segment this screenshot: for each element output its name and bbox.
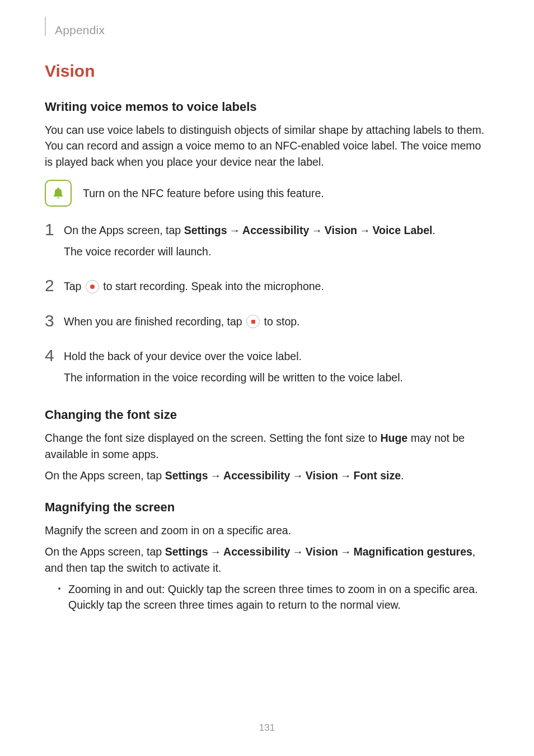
arrow-icon: → (338, 545, 354, 558)
arrow-icon: → (309, 224, 325, 236)
text: to start recording. Speak into the micro… (100, 280, 324, 292)
heading-magnifying: Magnifying the screen (45, 500, 489, 515)
heading-voice-labels: Writing voice memos to voice labels (45, 100, 489, 114)
arrow-icon: → (290, 545, 306, 558)
arrow-icon: → (208, 469, 224, 482)
step-3-line: When you are finished recording, tap to … (64, 314, 489, 329)
text: . (432, 224, 435, 236)
arrow-icon: → (357, 224, 373, 236)
note-callout: Turn on the NFC feature before using thi… (45, 180, 489, 207)
stop-icon (246, 315, 260, 328)
step-1-line-2: The voice recorder will launch. (64, 244, 489, 259)
path-accessibility: Accessibility (223, 545, 290, 558)
step-3: 3 When you are finished recording, tap t… (45, 311, 489, 335)
step-1: 1 On the Apps screen, tap Settings→Acces… (45, 220, 489, 265)
magnify-p2: On the Apps screen, tap Settings→Accessi… (45, 544, 489, 576)
path-font-size: Font size (353, 469, 401, 482)
step-1-line-1: On the Apps screen, tap Settings→Accessi… (64, 222, 489, 238)
arrow-icon: → (227, 224, 243, 236)
text: to stop. (261, 315, 299, 328)
heading-font-size: Changing the font size (45, 408, 489, 422)
text: On the Apps screen, tap (64, 224, 184, 236)
text: On the Apps screen, tap (45, 469, 165, 482)
path-vision: Vision (306, 469, 338, 482)
arrow-icon: → (208, 545, 224, 558)
page-title: Vision (45, 62, 489, 81)
step-2-line: Tap to start recording. Speak into the m… (64, 278, 489, 294)
path-voice-label: Voice Label (372, 224, 432, 236)
font-size-p1: Change the font size displayed on the sc… (45, 430, 489, 462)
path-settings: Settings (165, 469, 208, 482)
page-number: 131 (0, 722, 534, 734)
step-2: 2 Tap to start recording. Speak into the… (45, 276, 489, 300)
path-vision: Vision (325, 224, 357, 236)
list-item: Zooming in and out: Quickly tap the scre… (58, 581, 489, 613)
text: Tap (64, 280, 85, 292)
bold-huge: Huge (380, 432, 407, 444)
path-settings: Settings (184, 224, 227, 236)
text: Change the font size displayed on the sc… (45, 432, 380, 444)
step-4: 4 Hold the back of your device over the … (45, 346, 489, 391)
path-magnification-gestures: Magnification gestures (353, 545, 472, 558)
font-size-p2: On the Apps screen, tap Settings→Accessi… (45, 468, 489, 483)
step-4-line-2: The information in the voice recording w… (64, 370, 489, 385)
intro-paragraph: You can use voice labels to distinguish … (45, 122, 489, 170)
record-icon (86, 280, 99, 293)
step-number: 1 (45, 220, 64, 239)
bullet-icon (58, 587, 60, 590)
note-text: Turn on the NFC feature before using thi… (83, 185, 324, 201)
magnify-p1: Magnify the screen and zoom in on a spec… (45, 522, 489, 538)
text: . (401, 469, 404, 482)
path-vision: Vision (306, 545, 338, 558)
step-number: 3 (45, 311, 64, 330)
header-rule (45, 17, 46, 36)
step-4-line-1: Hold the back of your device over the vo… (64, 348, 489, 364)
note-icon-frame (45, 180, 72, 207)
step-number: 4 (45, 346, 64, 365)
page-header: Appendix (45, 17, 489, 37)
text: When you are finished recording, tap (64, 315, 245, 328)
bell-icon (51, 186, 65, 200)
path-accessibility: Accessibility (223, 469, 290, 482)
bullet-text: Zooming in and out: Quickly tap the scre… (68, 581, 489, 613)
text: On the Apps screen, tap (45, 545, 165, 558)
arrow-icon: → (338, 469, 354, 482)
arrow-icon: → (290, 469, 306, 482)
steps-list: 1 On the Apps screen, tap Settings→Acces… (45, 220, 489, 391)
path-settings: Settings (165, 545, 208, 558)
step-number: 2 (45, 276, 64, 295)
section-name: Appendix (55, 24, 105, 37)
bullet-list: Zooming in and out: Quickly tap the scre… (58, 581, 489, 613)
path-accessibility: Accessibility (242, 224, 309, 236)
